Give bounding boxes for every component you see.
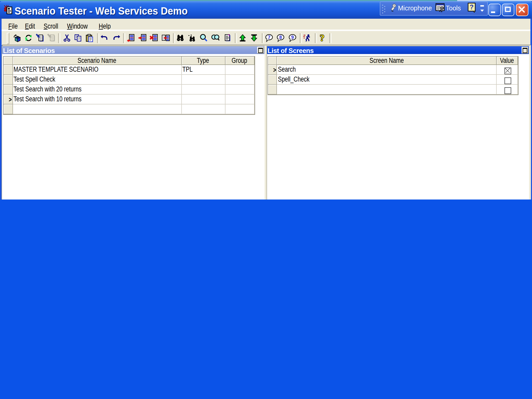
svg-text:?: ? [320,34,324,42]
svg-text:?: ? [470,3,474,11]
svg-text:8: 8 [279,35,282,40]
svg-text:9: 9 [291,35,294,40]
svg-text:7: 7 [268,35,270,40]
